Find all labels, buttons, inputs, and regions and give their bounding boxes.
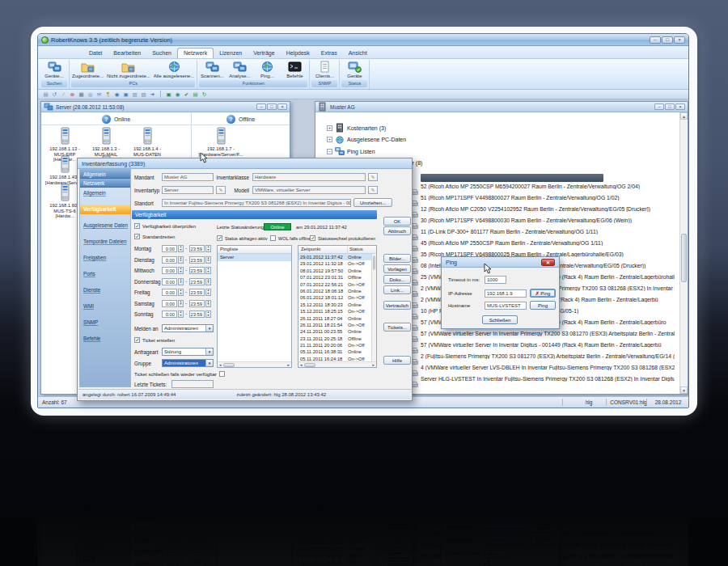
ribbon-button-ping[interactable]: Ping... xyxy=(253,60,281,78)
refresh-icon[interactable]: ↻ xyxy=(201,91,208,98)
ribbon-button-alle-ausgelesene[interactable]: Alle ausgelesene... xyxy=(152,60,197,78)
tree-leaf-item[interactable]: 4 (VMWare virtueller Server LVS-DBLEH In… xyxy=(421,365,675,370)
ping-close-icon[interactable]: ✕ xyxy=(541,259,555,266)
inventarklasse-field[interactable]: Hardware xyxy=(252,173,366,181)
ribbon-button-ger-te[interactable]: Geräte xyxy=(341,60,368,78)
scroll-right-icon[interactable]: ► xyxy=(287,363,290,367)
ping-host-button[interactable]: Ping xyxy=(530,301,556,310)
table-row[interactable]: 05.11.2011 16:38:31Online xyxy=(298,348,376,355)
dialog-button-bilder[interactable]: Bilder... xyxy=(383,254,411,263)
time-spinner[interactable]: ▲▼ xyxy=(178,289,184,296)
sidebar-item-allgemein[interactable]: Allgemein xyxy=(80,188,130,198)
tree-leaf-item[interactable]: Server HLG-LVSTEST In Inventar Fujitsu-S… xyxy=(421,376,675,382)
time-from-field[interactable]: 0:00 xyxy=(162,267,177,274)
table-row[interactable]: 26.11.2011 18:27:04Online xyxy=(298,315,376,322)
tree-leaf-item[interactable]: 51 (Ricoh MP171SPF V4498800027 Raum Berl… xyxy=(421,195,675,201)
sidebar-item-wmi[interactable]: WMI xyxy=(80,302,130,311)
time-from-field[interactable]: 0:00 xyxy=(162,289,177,296)
key-icon[interactable]: ¶ xyxy=(104,91,112,98)
scrollbar-thumb[interactable] xyxy=(681,234,687,282)
ping-ip-button[interactable]: ✗ Ping xyxy=(530,289,556,298)
table-row[interactable]: 06.01.2012 18:06:18Online xyxy=(298,288,376,294)
time-spinner[interactable]: ▲▼ xyxy=(178,245,184,252)
time-to-field[interactable]: 23:59 xyxy=(189,310,205,318)
time-to-field[interactable]: 23:59 xyxy=(189,256,205,264)
table-row[interactable]: 07.01.2012 23:01:31Offline xyxy=(298,274,376,281)
tree-node-ping-listen[interactable]: −Ping Listen xyxy=(327,146,375,156)
tree-node-ausgelesene-pc-daten[interactable]: +Ausgelesene PC-Daten xyxy=(327,135,406,145)
time-to-field[interactable]: 23:59 xyxy=(189,300,205,307)
sidebar-header-netzwerk[interactable]: Netzwerk xyxy=(80,179,130,188)
tree-close-button[interactable]: × xyxy=(675,103,685,110)
table-row[interactable]: 24.11.2011 00:23:55Online xyxy=(298,328,376,335)
server-close-button[interactable]: × xyxy=(277,103,287,110)
dialog-button-link[interactable]: Link... xyxy=(383,285,411,294)
anfrageart-dropdown[interactable]: Störung▼ xyxy=(162,348,214,356)
globe-icon[interactable]: ◉ xyxy=(174,91,181,98)
ribbon-button-ger-te[interactable]: Geräte... xyxy=(40,60,68,78)
menu-item-ansicht[interactable]: Ansicht xyxy=(343,49,373,58)
export-icon[interactable]: ➜ xyxy=(149,91,156,98)
checkbox-checked-icon[interactable]: ✓ xyxy=(217,235,222,241)
pingliste-header[interactable]: Pingliste xyxy=(218,246,291,254)
menu-item-bearbeiten[interactable]: Bearbeiten xyxy=(108,49,146,58)
table-row[interactable]: 15.12.2011 18:30:23Online xyxy=(298,302,376,308)
scroll-down-icon[interactable]: ▼ xyxy=(680,386,688,394)
ribbon-button-analyse[interactable]: Analyse... xyxy=(226,60,253,78)
menu-item-lizenzen[interactable]: Lizenzen xyxy=(214,49,248,58)
dialog-button-abbruch[interactable]: Abbruch xyxy=(383,226,411,235)
tree-window-titlebar[interactable]: Muster AG – □ × xyxy=(315,102,688,112)
ticket-checkbox[interactable]: ✓ Ticket erstellen xyxy=(134,337,175,343)
close-button[interactable]: × xyxy=(674,36,685,44)
umziehen-button[interactable]: Umziehen... xyxy=(353,198,392,207)
sidebar-item-freigaben[interactable]: Freigaben xyxy=(80,253,130,263)
tree-leaf-item[interactable]: 11 (D-Link DP-300+ 801177 Raum Berlin - … xyxy=(421,229,675,234)
ribbon-button-befehle[interactable]: Befehle xyxy=(281,60,308,78)
letzte-tickets-field[interactable] xyxy=(171,380,214,388)
mail-icon[interactable]: ✉ xyxy=(95,91,103,98)
dialog-button-ok[interactable]: OK xyxy=(383,217,411,226)
hostname-field[interactable]: MUS-LVSTEST xyxy=(485,302,527,310)
copy-icon[interactable]: ▧ xyxy=(140,91,147,98)
monitor-icon[interactable]: ▣ xyxy=(122,91,129,98)
pingliste-hscrollbar[interactable]: ◄► xyxy=(218,361,291,367)
sidebar-item-snmp[interactable]: SNMP xyxy=(80,318,130,327)
menu-item-helpdesk[interactable]: Helpdesk xyxy=(281,49,315,58)
folder-green-icon[interactable]: ▤ xyxy=(192,91,199,98)
menu-item-datei[interactable]: Datei xyxy=(83,49,108,58)
ribbon-button-scannen[interactable]: Scannen... xyxy=(198,60,226,78)
tree-leaf-item[interactable]: 57 (VMWare virtueller Server In Inventar… xyxy=(421,331,675,336)
sidebar-item-ports[interactable]: Ports xyxy=(80,269,130,279)
protokoll-checkbox[interactable]: ✓Statuswechsel protokollieren xyxy=(310,235,375,241)
wol-checkbox[interactable]: WOL falls offline xyxy=(270,235,311,241)
tree-leaf-item[interactable]: 2 (Fujitsu-Siemens Primergy TX200 S3 081… xyxy=(421,353,675,359)
menu-item-netzwerk[interactable]: Netzwerk xyxy=(177,48,214,58)
tree-expander-icon[interactable]: + xyxy=(327,137,332,142)
time-spinner[interactable]: ▲▼ xyxy=(205,256,211,264)
tree-leaf-item[interactable]: 57 (VMWare virtueller Server In Inventar… xyxy=(421,342,675,348)
scroll-up-icon[interactable]: ▲ xyxy=(680,112,688,120)
menu-item-extras[interactable]: Extras xyxy=(315,49,343,58)
package-icon[interactable]: ▣ xyxy=(165,91,172,98)
tree-minimize-button[interactable]: – xyxy=(654,103,664,110)
sidebar-item-dienste[interactable]: Dienste xyxy=(80,285,130,295)
time-to-field[interactable]: 23:59 xyxy=(189,245,205,252)
inventartyp-field[interactable]: Server xyxy=(162,186,214,194)
table-row[interactable]: 07.01.2012 22:56:21On->Off xyxy=(298,281,376,288)
time-spinner[interactable]: ▲▼ xyxy=(205,310,211,318)
pingliste-row-server[interactable]: Server xyxy=(218,254,291,261)
tree-leaf-item[interactable]: 12 (Ricoh Aficio MP C2050 V2254102952 Ra… xyxy=(421,206,675,212)
table-row[interactable]: 08.01.2012 19:57:50Online xyxy=(298,268,376,274)
tree-expander-icon[interactable]: + xyxy=(327,125,332,131)
time-spinner[interactable]: ▲▼ xyxy=(178,256,184,264)
sidebar-item-verf-gbarkeit[interactable]: Verfügbarkeit xyxy=(80,205,130,214)
user-icon[interactable]: ◉ xyxy=(113,91,121,98)
time-spinner[interactable]: ▲▼ xyxy=(178,300,184,307)
dialog-button-vorlagen[interactable]: Vorlagen xyxy=(383,264,411,273)
tree-leaf-item[interactable]: 52 (Ricoh Aficio MP 2550CSP M6594200027 … xyxy=(421,184,675,189)
checkbox-checked-icon[interactable]: ✓ xyxy=(134,223,140,229)
melden-dropdown[interactable]: Administratoren▼ xyxy=(162,324,214,332)
table-row[interactable]: 26.11.2011 18:21:54On->Off xyxy=(298,322,376,328)
table-row[interactable]: 21.11.2011 20:20:06On->Off xyxy=(298,342,376,348)
time-from-field[interactable]: 0:00 xyxy=(162,300,177,307)
